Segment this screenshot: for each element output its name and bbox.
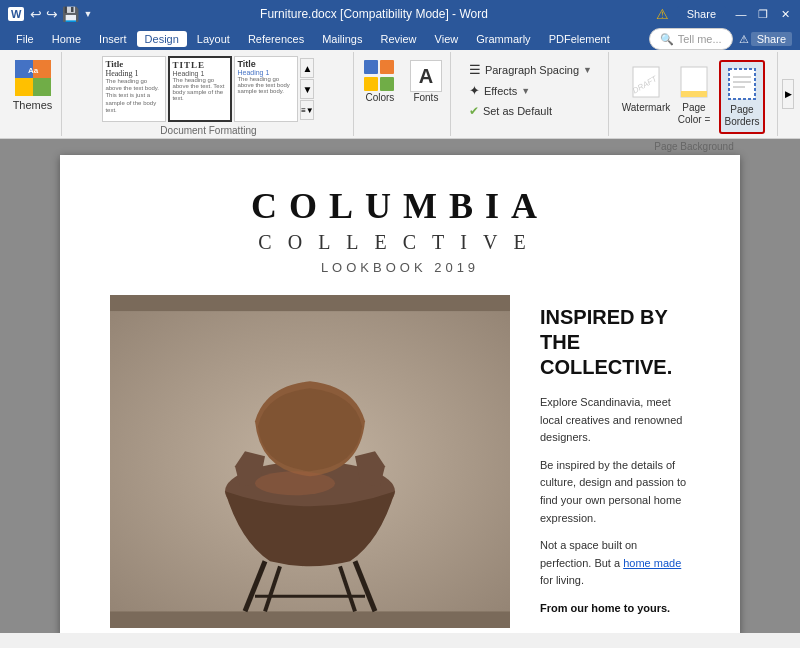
gallery-more-arrow[interactable]: ≡▼ xyxy=(300,100,314,120)
menu-mailings[interactable]: Mailings xyxy=(314,31,370,47)
quick-access-toolbar: ↩ ↪ 💾 ▼ xyxy=(30,6,92,22)
style-gallery-content: Title Heading 1 The heading go above the… xyxy=(102,56,314,122)
chair-image xyxy=(110,295,510,628)
swatch-green xyxy=(380,77,394,91)
menu-view[interactable]: View xyxy=(427,31,467,47)
style-thumb-3[interactable]: Title Heading 1 The heading go above the… xyxy=(234,56,298,122)
effects-label: Effects xyxy=(484,85,517,97)
effects-button[interactable]: ✦ Effects ▼ xyxy=(465,81,596,100)
gallery-down-arrow[interactable]: ▼ xyxy=(300,79,314,99)
tell-me-label: Tell me... xyxy=(678,33,722,45)
undo-button[interactable]: ↩ xyxy=(30,6,42,22)
page-borders-button[interactable]: PageBorders xyxy=(719,60,765,134)
ribbon-right-arrow[interactable]: ▶ xyxy=(782,79,794,109)
menu-file[interactable]: File xyxy=(8,31,42,47)
ribbon: Aa Themes Title Heading 1 The heading g xyxy=(0,50,800,139)
fonts-button[interactable]: A Fonts xyxy=(405,56,447,107)
page-color-label: PageColor = xyxy=(678,102,711,126)
page-color-button[interactable]: PageColor = xyxy=(671,60,717,130)
svg-text:Aa: Aa xyxy=(27,66,38,75)
document-page: COLUMBIA COLLECTIVE LOOKBOOK 2019 xyxy=(60,155,740,633)
themes-group: Aa Themes xyxy=(4,52,62,136)
style-thumb-title-3: Title xyxy=(237,59,295,69)
colors-fonts-group: Colors A Fonts xyxy=(356,52,451,136)
style-gallery: Title Heading 1 The heading go above the… xyxy=(102,56,314,122)
style-thumb-h1-3: Heading 1 xyxy=(237,69,295,76)
style-thumb-title-2: TITLE xyxy=(172,60,228,70)
para-spacing-label: Paragraph Spacing xyxy=(485,64,579,76)
paragraph-spacing-button[interactable]: ☰ Paragraph Spacing ▼ xyxy=(465,60,596,79)
svg-rect-9 xyxy=(729,69,755,99)
para-effects-buttons: ☰ Paragraph Spacing ▼ ✦ Effects ▼ ✔ Set … xyxy=(461,56,600,124)
set-default-button[interactable]: ✔ Set as Default xyxy=(465,102,596,120)
page-borders-label: PageBorders xyxy=(725,104,760,128)
redo-button[interactable]: ↪ xyxy=(46,6,58,22)
svg-point-21 xyxy=(255,471,335,495)
set-default-label: Set as Default xyxy=(483,105,552,117)
effects-icon: ✦ xyxy=(469,83,480,98)
doc-title-sub: COLLECTIVE xyxy=(110,231,690,254)
save-button[interactable]: 💾 xyxy=(62,6,79,22)
swatch-yellow xyxy=(364,77,378,91)
share-ribbon-button[interactable]: Share xyxy=(751,32,792,46)
warn-badge[interactable]: ⚠ xyxy=(739,33,749,46)
menu-insert[interactable]: Insert xyxy=(91,31,135,47)
tell-me-input[interactable]: 🔍 Tell me... xyxy=(649,28,733,50)
menu-review[interactable]: Review xyxy=(373,31,425,47)
style-thumb-2[interactable]: TITLE Heading 1 The heading go above the… xyxy=(168,56,232,122)
swatch-orange xyxy=(380,60,394,74)
themes-button[interactable]: Aa Themes xyxy=(8,56,58,115)
title-bar-left: W ↩ ↪ 💾 ▼ xyxy=(8,6,92,22)
gallery-scroll: ▲ ▼ ≡▼ xyxy=(300,58,314,120)
doc-para-2: Be inspired by the details of culture, d… xyxy=(540,457,690,527)
para-effects-content: ☰ Paragraph Spacing ▼ ✦ Effects ▼ ✔ Set … xyxy=(461,56,600,132)
title-bar-right: ⚠ Share — ❐ ✕ xyxy=(656,6,792,22)
menu-bar: File Home Insert Design Layout Reference… xyxy=(0,28,800,50)
minimize-button[interactable]: — xyxy=(734,7,748,21)
style-thumb-h1-2: Heading 1 xyxy=(172,70,228,77)
page-color-icon xyxy=(678,64,710,100)
colors-label: Colors xyxy=(365,92,394,103)
page-bg-buttons: DRAFT Watermark PageColor xyxy=(619,56,769,138)
menu-pdfelement[interactable]: PDFelement xyxy=(541,31,618,47)
page-background-label: Page Background xyxy=(619,138,769,152)
svg-rect-2 xyxy=(15,78,33,96)
close-button[interactable]: ✕ xyxy=(778,7,792,21)
menu-references[interactable]: References xyxy=(240,31,312,47)
menu-layout[interactable]: Layout xyxy=(189,31,238,47)
page-bg-content: DRAFT Watermark PageColor xyxy=(619,56,769,138)
colors-button[interactable]: Colors xyxy=(359,56,401,107)
watermark-button[interactable]: DRAFT Watermark xyxy=(623,60,669,118)
watermark-label: Watermark xyxy=(622,102,671,114)
gallery-up-arrow[interactable]: ▲ xyxy=(300,58,314,78)
themes-group-content: Aa Themes xyxy=(8,56,58,132)
doc-heading-bold: INSPIRED BYTHE COLLECTIVE. xyxy=(540,305,690,380)
word-icon: W xyxy=(8,7,24,21)
para-effects-group: ☰ Paragraph Spacing ▼ ✦ Effects ▼ ✔ Set … xyxy=(453,52,609,136)
doc-para-3: Not a space built on perfection. But a h… xyxy=(540,537,690,590)
menu-design[interactable]: Design xyxy=(137,31,187,47)
checkmark-icon: ✔ xyxy=(469,104,479,118)
doc-text-col: INSPIRED BYTHE COLLECTIVE. Explore Scand… xyxy=(540,295,690,628)
document-area[interactable]: COLUMBIA COLLECTIVE LOOKBOOK 2019 xyxy=(0,139,800,633)
ribbon-content: Aa Themes Title Heading 1 The heading g xyxy=(0,50,800,138)
style-thumb-h1-1: Heading 1 xyxy=(105,69,163,78)
style-thumb-1[interactable]: Title Heading 1 The heading go above the… xyxy=(102,56,166,122)
home-made-link[interactable]: home made xyxy=(623,557,681,569)
swatch-blue xyxy=(364,60,378,74)
warning-icon: ⚠ xyxy=(656,6,669,22)
effects-arrow: ▼ xyxy=(521,86,530,96)
search-icon: 🔍 xyxy=(660,33,674,46)
maximize-button[interactable]: ❐ xyxy=(756,7,770,21)
style-thumbnails: Title Heading 1 The heading go above the… xyxy=(102,56,298,122)
doc-two-col: INSPIRED BYTHE COLLECTIVE. Explore Scand… xyxy=(110,295,690,628)
document-formatting-label: Document Formatting xyxy=(72,122,345,136)
menu-home[interactable]: Home xyxy=(44,31,89,47)
menu-grammarly[interactable]: Grammarly xyxy=(468,31,538,47)
dropdown-arrow[interactable]: ▼ xyxy=(83,9,92,19)
share-button[interactable]: Share xyxy=(677,6,726,22)
doc-para-1: Explore Scandinavia, meet local creative… xyxy=(540,394,690,447)
title-bar: W ↩ ↪ 💾 ▼ Furniture.docx [Compatibility … xyxy=(0,0,800,28)
document-formatting-group: Title Heading 1 The heading go above the… xyxy=(64,52,354,136)
page-borders-icon xyxy=(726,66,758,102)
